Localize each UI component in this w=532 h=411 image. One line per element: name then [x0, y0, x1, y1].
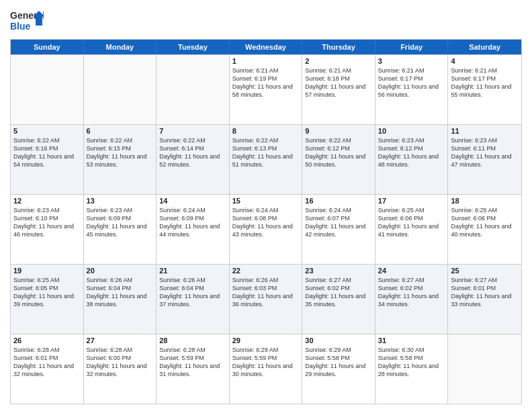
- logo-svg: General Blue: [10, 7, 44, 34]
- calendar-body: 1Sunrise: 6:21 AMSunset: 6:19 PMDaylight…: [11, 54, 521, 404]
- header-cell-tuesday: Tuesday: [157, 40, 230, 54]
- calendar-cell-2-2: 14Sunrise: 6:24 AMSunset: 6:09 PMDayligh…: [157, 195, 230, 264]
- cell-info: Sunrise: 6:29 AMSunset: 5:59 PMDaylight:…: [232, 346, 300, 379]
- cell-info: Sunrise: 6:26 AMSunset: 6:03 PMDaylight:…: [232, 276, 300, 309]
- calendar-cell-1-1: 6Sunrise: 6:22 AMSunset: 6:15 PMDaylight…: [84, 125, 157, 194]
- cell-day-number: 28: [159, 336, 226, 345]
- cell-info: Sunrise: 6:27 AMSunset: 6:01 PMDaylight:…: [451, 276, 519, 309]
- cell-day-number: 21: [159, 267, 226, 275]
- calendar-cell-2-4: 16Sunrise: 6:24 AMSunset: 6:07 PMDayligh…: [302, 195, 375, 264]
- calendar-cell-1-3: 8Sunrise: 6:22 AMSunset: 6:13 PMDaylight…: [230, 125, 303, 194]
- calendar-cell-1-6: 11Sunrise: 6:23 AMSunset: 6:11 PMDayligh…: [448, 125, 521, 194]
- cell-info: Sunrise: 6:22 AMSunset: 6:16 PMDaylight:…: [13, 136, 81, 169]
- cell-info: Sunrise: 6:24 AMSunset: 6:09 PMDaylight:…: [159, 206, 226, 239]
- cell-day-number: 8: [232, 127, 300, 135]
- cell-day-number: 12: [13, 197, 81, 205]
- header-cell-friday: Friday: [375, 40, 449, 54]
- cell-day-number: 14: [159, 197, 226, 205]
- cell-day-number: 19: [13, 267, 81, 275]
- week-row-5: 26Sunrise: 6:28 AMSunset: 6:01 PMDayligh…: [11, 334, 521, 404]
- header-cell-monday: Monday: [84, 40, 157, 54]
- header: General Blue: [10, 7, 522, 34]
- calendar-cell-1-4: 9Sunrise: 6:22 AMSunset: 6:12 PMDaylight…: [302, 125, 375, 194]
- cell-info: Sunrise: 6:21 AMSunset: 6:17 PMDaylight:…: [451, 66, 519, 99]
- calendar-cell-0-5: 3Sunrise: 6:21 AMSunset: 6:17 PMDaylight…: [375, 55, 449, 124]
- cell-info: Sunrise: 6:30 AMSunset: 5:58 PMDaylight:…: [378, 346, 445, 379]
- cell-info: Sunrise: 6:27 AMSunset: 6:02 PMDaylight:…: [305, 276, 372, 309]
- cell-info: Sunrise: 6:26 AMSunset: 6:04 PMDaylight:…: [87, 276, 154, 309]
- cell-info: Sunrise: 6:21 AMSunset: 6:19 PMDaylight:…: [232, 66, 300, 99]
- calendar-cell-2-3: 15Sunrise: 6:24 AMSunset: 6:08 PMDayligh…: [230, 195, 303, 264]
- cell-day-number: 24: [378, 267, 445, 275]
- cell-info: Sunrise: 6:25 AMSunset: 6:06 PMDaylight:…: [451, 206, 519, 239]
- calendar-cell-0-1: [84, 55, 157, 124]
- header-cell-thursday: Thursday: [302, 40, 375, 54]
- cell-day-number: 5: [13, 127, 81, 135]
- cell-info: Sunrise: 6:23 AMSunset: 6:12 PMDaylight:…: [378, 136, 445, 169]
- calendar-cell-1-2: 7Sunrise: 6:22 AMSunset: 6:14 PMDaylight…: [157, 125, 230, 194]
- calendar-cell-2-0: 12Sunrise: 6:23 AMSunset: 6:10 PMDayligh…: [11, 195, 84, 264]
- cell-day-number: 13: [87, 197, 154, 205]
- cell-day-number: 1: [232, 57, 300, 65]
- cell-info: Sunrise: 6:22 AMSunset: 6:15 PMDaylight:…: [87, 136, 154, 169]
- cell-day-number: 3: [378, 57, 445, 65]
- calendar-cell-0-3: 1Sunrise: 6:21 AMSunset: 6:19 PMDaylight…: [230, 55, 303, 124]
- cell-info: Sunrise: 6:23 AMSunset: 6:10 PMDaylight:…: [13, 206, 81, 239]
- cell-day-number: 7: [159, 127, 226, 135]
- cell-info: Sunrise: 6:21 AMSunset: 6:18 PMDaylight:…: [305, 66, 372, 99]
- cell-info: Sunrise: 6:24 AMSunset: 6:07 PMDaylight:…: [305, 206, 372, 239]
- cell-info: Sunrise: 6:22 AMSunset: 6:12 PMDaylight:…: [305, 136, 372, 169]
- logo: General Blue: [10, 7, 44, 34]
- cell-day-number: 16: [305, 197, 372, 205]
- cell-day-number: 22: [232, 267, 300, 275]
- calendar-cell-3-1: 20Sunrise: 6:26 AMSunset: 6:04 PMDayligh…: [84, 265, 157, 334]
- cell-info: Sunrise: 6:27 AMSunset: 6:02 PMDaylight:…: [378, 276, 445, 309]
- cell-day-number: 25: [451, 267, 519, 275]
- cell-info: Sunrise: 6:28 AMSunset: 6:01 PMDaylight:…: [13, 346, 81, 379]
- cell-day-number: 26: [13, 336, 81, 345]
- cell-day-number: 23: [305, 267, 372, 275]
- calendar-cell-3-5: 24Sunrise: 6:27 AMSunset: 6:02 PMDayligh…: [375, 265, 449, 334]
- header-cell-sunday: Sunday: [11, 40, 84, 54]
- svg-text:Blue: Blue: [10, 21, 31, 32]
- cell-info: Sunrise: 6:23 AMSunset: 6:09 PMDaylight:…: [87, 206, 154, 239]
- cell-day-number: 20: [87, 267, 154, 275]
- calendar-cell-3-3: 22Sunrise: 6:26 AMSunset: 6:03 PMDayligh…: [230, 265, 303, 334]
- cell-info: Sunrise: 6:21 AMSunset: 6:17 PMDaylight:…: [378, 66, 445, 99]
- calendar-cell-3-2: 21Sunrise: 6:26 AMSunset: 6:04 PMDayligh…: [157, 265, 230, 334]
- calendar-cell-4-3: 29Sunrise: 6:29 AMSunset: 5:59 PMDayligh…: [230, 334, 303, 404]
- week-row-2: 5Sunrise: 6:22 AMSunset: 6:16 PMDaylight…: [11, 124, 521, 194]
- calendar: SundayMondayTuesdayWednesdayThursdayFrid…: [10, 39, 522, 404]
- calendar-cell-2-5: 17Sunrise: 6:25 AMSunset: 6:06 PMDayligh…: [375, 195, 449, 264]
- week-row-4: 19Sunrise: 6:25 AMSunset: 6:05 PMDayligh…: [11, 264, 521, 334]
- cell-day-number: 15: [232, 197, 300, 205]
- cell-info: Sunrise: 6:25 AMSunset: 6:05 PMDaylight:…: [13, 276, 81, 309]
- cell-day-number: 31: [378, 336, 445, 345]
- cell-day-number: 9: [305, 127, 372, 135]
- calendar-cell-4-2: 28Sunrise: 6:28 AMSunset: 5:59 PMDayligh…: [157, 334, 230, 404]
- cell-day-number: 18: [451, 197, 519, 205]
- week-row-3: 12Sunrise: 6:23 AMSunset: 6:10 PMDayligh…: [11, 194, 521, 264]
- cell-info: Sunrise: 6:29 AMSunset: 5:58 PMDaylight:…: [305, 346, 372, 379]
- cell-day-number: 6: [87, 127, 154, 135]
- calendar-cell-3-4: 23Sunrise: 6:27 AMSunset: 6:02 PMDayligh…: [302, 265, 375, 334]
- cell-info: Sunrise: 6:28 AMSunset: 6:00 PMDaylight:…: [87, 346, 154, 379]
- cell-day-number: 4: [451, 57, 519, 65]
- cell-info: Sunrise: 6:26 AMSunset: 6:04 PMDaylight:…: [159, 276, 226, 309]
- cell-day-number: 27: [87, 336, 154, 345]
- calendar-cell-4-6: [448, 334, 521, 404]
- cell-info: Sunrise: 6:28 AMSunset: 5:59 PMDaylight:…: [159, 346, 226, 379]
- calendar-cell-3-6: 25Sunrise: 6:27 AMSunset: 6:01 PMDayligh…: [448, 265, 521, 334]
- cell-day-number: 2: [305, 57, 372, 65]
- week-row-1: 1Sunrise: 6:21 AMSunset: 6:19 PMDaylight…: [11, 54, 521, 124]
- cell-info: Sunrise: 6:22 AMSunset: 6:14 PMDaylight:…: [159, 136, 226, 169]
- calendar-cell-4-1: 27Sunrise: 6:28 AMSunset: 6:00 PMDayligh…: [84, 334, 157, 404]
- calendar-cell-1-5: 10Sunrise: 6:23 AMSunset: 6:12 PMDayligh…: [375, 125, 449, 194]
- calendar-cell-3-0: 19Sunrise: 6:25 AMSunset: 6:05 PMDayligh…: [11, 265, 84, 334]
- page: General Blue SundayMondayTuesdayWednesda…: [0, 0, 532, 411]
- calendar-cell-2-1: 13Sunrise: 6:23 AMSunset: 6:09 PMDayligh…: [84, 195, 157, 264]
- cell-day-number: 17: [378, 197, 445, 205]
- cell-info: Sunrise: 6:23 AMSunset: 6:11 PMDaylight:…: [451, 136, 519, 169]
- cell-day-number: 11: [451, 127, 519, 135]
- calendar-cell-4-5: 31Sunrise: 6:30 AMSunset: 5:58 PMDayligh…: [375, 334, 449, 404]
